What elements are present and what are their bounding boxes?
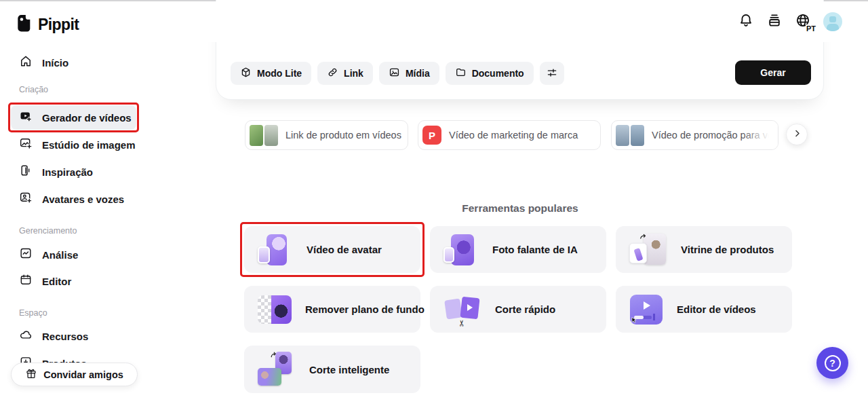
question-icon: ? — [825, 355, 841, 371]
calendar-icon — [19, 273, 33, 289]
document-button[interactable]: Documento — [446, 62, 534, 85]
carousel-next-button[interactable] — [786, 124, 808, 145]
person-plus-icon — [19, 191, 33, 207]
tool-card-label: Corte rápido — [495, 303, 555, 315]
sliders-icon — [546, 67, 558, 81]
tool-card-vitrine-de-produtos[interactable]: Vitrine de produtos — [616, 226, 792, 273]
sidebar-item-avatares-e-vozes[interactable]: Avatares e vozes — [19, 191, 124, 207]
tool-card-remover-plano-de-fundo[interactable]: Remover plano de fundo — [244, 286, 420, 333]
sidebar-item-analise[interactable]: Análise — [19, 246, 78, 263]
language-code: PT — [806, 24, 816, 33]
sidebar-item-label: Avatares e vozes — [42, 193, 124, 205]
image-plus-icon — [19, 136, 33, 153]
link-label: Link — [344, 68, 363, 79]
sidebar-item-inspiracao[interactable]: Inspiração — [19, 164, 93, 180]
topbar: Pippit PT — [0, 1, 868, 42]
invite-friends-button[interactable]: Convidar amigos — [11, 363, 138, 386]
generate-button[interactable]: Gerar — [735, 60, 811, 85]
chart-icon — [19, 246, 33, 263]
sidebar-item-label: Recursos — [42, 331, 88, 342]
brand-name: Pippit — [38, 16, 79, 34]
curved-arrow-icon — [639, 232, 648, 244]
p-badge: P — [422, 126, 441, 145]
avatar-video-thumbnail — [258, 232, 293, 267]
popular-tools-title: Ferramentas populares — [244, 202, 796, 215]
tool-card-video-de-avatar[interactable]: Vídeo de avatar — [244, 226, 420, 273]
media-label: Mídia — [406, 68, 430, 79]
chip-fade — [743, 121, 778, 149]
brand-logo[interactable]: Pippit — [16, 14, 79, 35]
suggestion-chip-promo-video[interactable]: Vídeo de promoção para volta — [611, 120, 778, 150]
avatar-silhouette — [829, 16, 836, 22]
tool-card-label: Editor de vídeos — [677, 303, 756, 315]
notifications-button[interactable] — [738, 14, 754, 30]
chip-thumbnail — [616, 125, 644, 146]
chip-label: Link de produto em vídeos — [285, 130, 401, 141]
tool-card-label: Foto falante de IA — [492, 244, 578, 255]
orders-icon — [766, 12, 783, 31]
tool-card-editor-de-videos[interactable]: Editor de vídeos — [616, 286, 792, 333]
tool-card-label: Corte inteligente — [309, 364, 389, 375]
sidebar-item-gerador-de-videos[interactable]: Gerador de vídeos — [11, 105, 136, 130]
sidebar-section-criacao: Criação — [19, 85, 48, 94]
cursor-icon — [630, 315, 638, 327]
sidebar-item-label: Estúdio de imagem — [42, 139, 136, 151]
sidebar-item-label: Início — [42, 57, 68, 69]
topbar-actions: PT — [738, 12, 842, 31]
mode-lite-label: Modo Lite — [257, 68, 302, 79]
sidebar-item-inicio[interactable]: Início — [19, 54, 68, 71]
gift-icon — [25, 367, 37, 382]
link-button[interactable]: Link — [317, 62, 373, 85]
video-plus-icon — [19, 109, 33, 126]
sidebar: Início Criação Gerador de vídeos Estúdio… — [0, 42, 156, 406]
bell-icon — [738, 12, 754, 31]
generate-label: Gerar — [760, 67, 785, 78]
language-button[interactable]: PT — [795, 14, 811, 30]
document-label: Documento — [472, 68, 524, 79]
tool-card-corte-rapido[interactable]: ✂ Corte rápido — [430, 286, 606, 333]
settings-sliders-button[interactable] — [540, 62, 564, 85]
sidebar-item-estudio-de-imagem[interactable]: Estúdio de imagem — [19, 136, 136, 153]
cube-icon — [240, 67, 252, 80]
tool-card-label: Vitrine de produtos — [681, 244, 774, 255]
smart-crop-thumbnail — [258, 352, 296, 387]
chip-thumbnail — [250, 125, 278, 146]
tool-card-label: Vídeo de avatar — [307, 244, 382, 255]
cloud-icon — [19, 328, 33, 344]
user-avatar[interactable] — [823, 12, 842, 31]
link-icon — [327, 67, 338, 80]
chip-label: Vídeo de marketing de marca — [449, 130, 578, 141]
popular-tools-grid: Vídeo de avatar Foto falante de IA Vitri… — [244, 226, 796, 393]
quick-cut-thumbnail: ✂ — [443, 294, 481, 325]
pippit-logo-icon — [16, 14, 33, 35]
mode-lite-button[interactable]: Modo Lite — [231, 62, 311, 85]
sidebar-item-label: Editor — [42, 276, 71, 287]
media-button[interactable]: Mídia — [379, 62, 439, 85]
sidebar-item-label: Análise — [42, 249, 78, 261]
composer-toolbar: Modo Lite Link Mídia Documento — [231, 62, 564, 85]
tool-card-foto-falante-de-ia[interactable]: Foto falante de IA — [430, 226, 606, 273]
curved-arrow-icon — [270, 350, 279, 363]
talking-photo-thumbnail — [443, 232, 479, 267]
product-showcase-thumbnail — [629, 232, 667, 267]
invite-friends-label: Convidar amigos — [43, 369, 123, 380]
help-button[interactable]: ? — [816, 347, 848, 379]
tool-card-corte-inteligente[interactable]: Corte inteligente — [244, 346, 420, 393]
home-icon — [19, 54, 33, 71]
suggestion-chip-product-link[interactable]: Link de produto em vídeos — [245, 120, 408, 150]
sidebar-section-espaco: Espaço — [19, 308, 47, 318]
sidebar-item-editor[interactable]: Editor — [19, 273, 71, 289]
sidebar-item-label: Inspiração — [42, 166, 93, 178]
chevron-right-icon — [792, 128, 802, 141]
suggestion-chip-brand-marketing[interactable]: P Vídeo de marketing de marca — [418, 120, 601, 150]
orders-button[interactable] — [766, 14, 783, 30]
sidebar-item-recursos[interactable]: Recursos — [19, 328, 88, 344]
video-editor-thumbnail — [629, 294, 663, 325]
device-icon — [19, 164, 33, 180]
folder-icon — [455, 67, 467, 80]
background-remove-thumbnail — [258, 295, 292, 324]
sidebar-item-label: Gerador de vídeos — [42, 112, 132, 124]
tool-card-label: Remover plano de fundo — [305, 303, 425, 315]
image-icon — [389, 67, 400, 80]
scissors-icon: ✂ — [457, 319, 467, 326]
